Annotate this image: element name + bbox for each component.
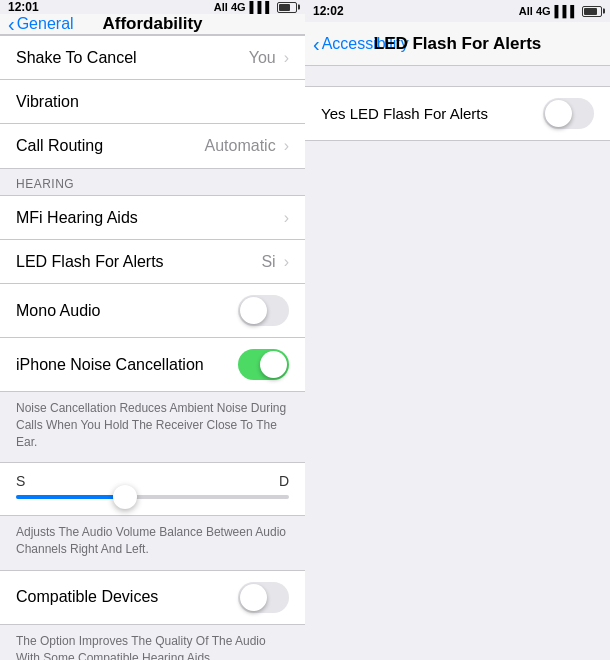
right-panel: 12:02 All 4G ▌▌▌ ‹ Accessibility LED Fla… bbox=[305, 0, 610, 660]
slider-right-label: D bbox=[279, 473, 289, 489]
call-routing-chevron-icon: › bbox=[284, 137, 289, 155]
mfi-chevron-value: › bbox=[280, 209, 289, 227]
slider-labels: S D bbox=[16, 473, 289, 489]
slider-description: Adjusts The Audio Volume Balance Between… bbox=[0, 516, 305, 570]
led-flash-row[interactable]: LED Flash For Alerts Si › bbox=[0, 240, 305, 284]
signal-icon: ▌▌▌ bbox=[250, 1, 273, 13]
compatible-devices-row[interactable]: Compatible Devices bbox=[0, 571, 305, 624]
compatible-description: The Option Improves The Quality Of The A… bbox=[0, 625, 305, 660]
back-button-left[interactable]: ‹ General bbox=[8, 14, 74, 34]
call-routing-val-text: Automatic bbox=[205, 137, 276, 155]
status-bar-right: 12:02 All 4G ▌▌▌ bbox=[305, 0, 610, 22]
nav-title-right: LED Flash For Alerts bbox=[374, 34, 542, 54]
iphone-noise-toggle[interactable] bbox=[238, 349, 289, 380]
compatible-devices-group: Compatible Devices bbox=[0, 570, 305, 625]
network-left: All 4G bbox=[214, 1, 246, 13]
led-flash-toggle-group: Yes LED Flash For Alerts bbox=[305, 86, 610, 141]
compatible-devices-toggle-knob bbox=[240, 584, 267, 611]
slider-container: S D bbox=[0, 462, 305, 516]
led-flash-chevron-icon: › bbox=[284, 253, 289, 271]
iphone-noise-row[interactable]: iPhone Noise Cancellation bbox=[0, 338, 305, 391]
main-container: 12:01 All 4G ▌▌▌ ‹ General Affordability… bbox=[0, 0, 610, 660]
led-flash-toggle[interactable] bbox=[543, 98, 594, 129]
mono-audio-toggle[interactable] bbox=[238, 295, 289, 326]
time-left: 12:01 bbox=[8, 0, 39, 14]
mfi-chevron-icon: › bbox=[284, 209, 289, 227]
status-bar-left: 12:01 All 4G ▌▌▌ bbox=[0, 0, 305, 14]
call-routing-label: Call Routing bbox=[16, 137, 103, 155]
time-right: 12:02 bbox=[313, 4, 344, 18]
mono-audio-label: Mono Audio bbox=[16, 302, 101, 320]
shake-chevron-icon: › bbox=[284, 49, 289, 67]
led-flash-section: Yes LED Flash For Alerts bbox=[305, 86, 610, 141]
call-routing-row[interactable]: Call Routing Automatic › bbox=[0, 124, 305, 168]
mono-audio-toggle-knob bbox=[240, 297, 267, 324]
compatible-devices-toggle[interactable] bbox=[238, 582, 289, 613]
battery-icon-left bbox=[277, 2, 297, 13]
led-flash-value: Si › bbox=[261, 253, 289, 271]
status-right-right: All 4G ▌▌▌ bbox=[519, 5, 602, 17]
mfi-hearing-aids-label: MFi Hearing Aids bbox=[16, 209, 138, 227]
shake-to-cancel-val-text: You bbox=[249, 49, 276, 67]
led-flash-val-text: Si bbox=[261, 253, 275, 271]
led-flash-label: LED Flash For Alerts bbox=[16, 253, 164, 271]
battery-fill-left bbox=[279, 4, 290, 11]
network-right: All 4G bbox=[519, 5, 551, 17]
left-panel: 12:01 All 4G ▌▌▌ ‹ General Affordability… bbox=[0, 0, 305, 660]
slider-track[interactable] bbox=[16, 495, 289, 499]
hearing-settings-group: MFi Hearing Aids › LED Flash For Alerts … bbox=[0, 195, 305, 392]
shake-to-cancel-row[interactable]: Shake To Cancel You › bbox=[0, 36, 305, 80]
status-right-left: All 4G ▌▌▌ bbox=[214, 1, 297, 13]
vibration-label: Vibration bbox=[16, 93, 79, 111]
call-routing-value: Automatic › bbox=[205, 137, 289, 155]
slider-left-label: S bbox=[16, 473, 25, 489]
vibration-row[interactable]: Vibration bbox=[0, 80, 305, 124]
hearing-section-header: HEARING bbox=[0, 169, 305, 195]
mono-audio-row[interactable]: Mono Audio bbox=[0, 284, 305, 338]
nav-bar-right: ‹ Accessibility LED Flash For Alerts bbox=[305, 22, 610, 66]
noise-description: Noise Cancellation Reduces Ambient Noise… bbox=[0, 392, 305, 462]
mfi-hearing-aids-row[interactable]: MFi Hearing Aids › bbox=[0, 196, 305, 240]
hearing-section: HEARING MFi Hearing Aids › LED Flash For… bbox=[0, 169, 305, 392]
top-settings-group: Shake To Cancel You › Vibration Call Rou… bbox=[0, 35, 305, 169]
led-flash-toggle-row[interactable]: Yes LED Flash For Alerts bbox=[305, 87, 610, 140]
iphone-noise-label: iPhone Noise Cancellation bbox=[16, 356, 204, 374]
back-chevron-left: ‹ bbox=[8, 14, 15, 34]
nav-bar-left: ‹ General Affordability bbox=[0, 14, 305, 35]
shake-to-cancel-value: You › bbox=[249, 49, 289, 67]
slider-fill bbox=[16, 495, 125, 499]
led-flash-toggle-knob bbox=[545, 100, 572, 127]
led-flash-toggle-label: Yes LED Flash For Alerts bbox=[321, 105, 488, 122]
battery-icon-right bbox=[582, 6, 602, 17]
slider-thumb[interactable] bbox=[113, 485, 137, 509]
back-chevron-right: ‹ bbox=[313, 34, 320, 54]
compatible-devices-label: Compatible Devices bbox=[16, 588, 158, 606]
shake-to-cancel-label: Shake To Cancel bbox=[16, 49, 137, 67]
nav-title-left: Affordability bbox=[102, 14, 202, 34]
iphone-noise-toggle-knob bbox=[260, 351, 287, 378]
battery-fill-right bbox=[584, 8, 597, 15]
signal-icon-right: ▌▌▌ bbox=[555, 5, 578, 17]
back-label-left: General bbox=[17, 15, 74, 33]
